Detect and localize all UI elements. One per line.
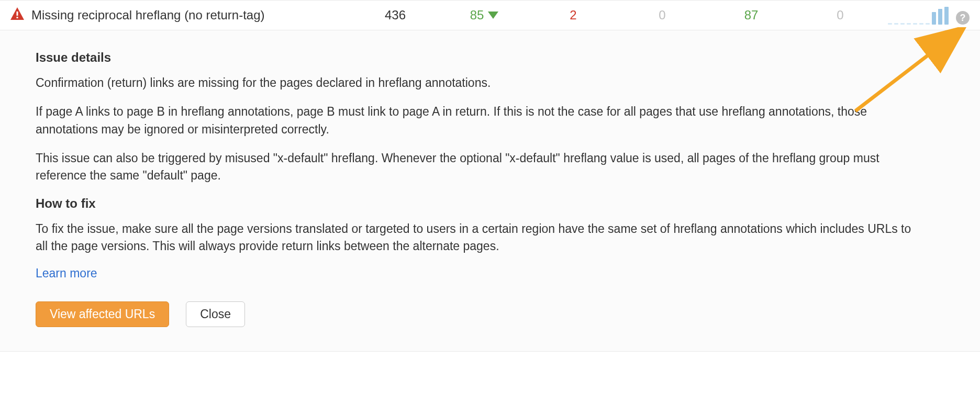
details-heading: Issue details — [36, 50, 949, 65]
close-button[interactable]: Close — [186, 301, 245, 327]
col-change-value: 85 — [470, 8, 484, 23]
sparkline-bar — [932, 12, 936, 25]
svg-rect-2 — [17, 17, 18, 18]
sparkline-bar — [888, 23, 892, 25]
warning-icon — [10, 7, 31, 23]
col-removed: 87 — [707, 8, 796, 23]
fix-heading: How to fix — [36, 196, 949, 211]
sparkline-bar — [907, 23, 911, 25]
svg-rect-1 — [17, 12, 18, 16]
issue-details-panel: Issue details Confirmation (return) link… — [0, 30, 980, 352]
view-affected-urls-button[interactable]: View affected URLs — [36, 301, 169, 327]
sparkline-bar — [913, 23, 917, 25]
details-p3: This issue can also be triggered by misu… — [36, 150, 926, 185]
details-p1: Confirmation (return) links are missing … — [36, 74, 926, 92]
issue-name: Missing reciprocal hreflang (no return-t… — [31, 8, 351, 23]
sparkline-chart[interactable] — [888, 6, 949, 25]
col-added: 2 — [529, 8, 618, 23]
sparkline-bar — [926, 23, 930, 25]
sparkline-bar — [938, 9, 942, 25]
svg-line-4 — [855, 31, 959, 111]
col-change: 85 — [440, 8, 529, 23]
caret-down-icon — [488, 12, 498, 19]
details-p2: If page A links to page B in hreflang an… — [36, 103, 926, 138]
help-icon[interactable]: ? — [956, 11, 970, 25]
learn-more-link[interactable]: Learn more — [36, 266, 97, 280]
fix-p: To fix the issue, make sure all the page… — [36, 220, 926, 255]
col-total: 436 — [351, 8, 440, 23]
col-zero-b: 0 — [796, 8, 885, 23]
sparkline-bar — [900, 23, 905, 25]
col-zero-a: 0 — [618, 8, 707, 23]
sparkline-bar — [894, 23, 898, 25]
sparkline-bar — [919, 23, 923, 25]
issue-row[interactable]: Missing reciprocal hreflang (no return-t… — [0, 0, 980, 30]
sparkline-bar — [944, 7, 949, 25]
button-row: View affected URLs Close — [36, 301, 949, 327]
